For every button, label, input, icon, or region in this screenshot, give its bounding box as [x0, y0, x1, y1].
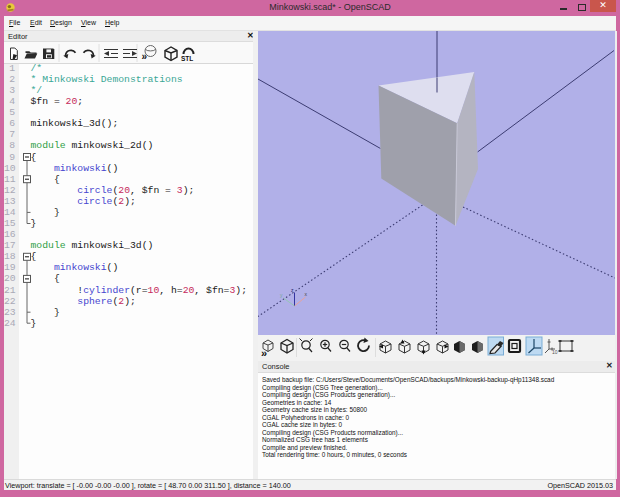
svg-text:x: x [305, 291, 308, 297]
svg-text:10: 10 [552, 349, 558, 355]
svg-text:»: » [261, 347, 267, 359]
svg-text:»: » [142, 51, 148, 62]
svg-text:STL: STL [181, 55, 193, 62]
svg-text:z: z [291, 287, 294, 293]
svg-text:y: y [280, 292, 283, 298]
